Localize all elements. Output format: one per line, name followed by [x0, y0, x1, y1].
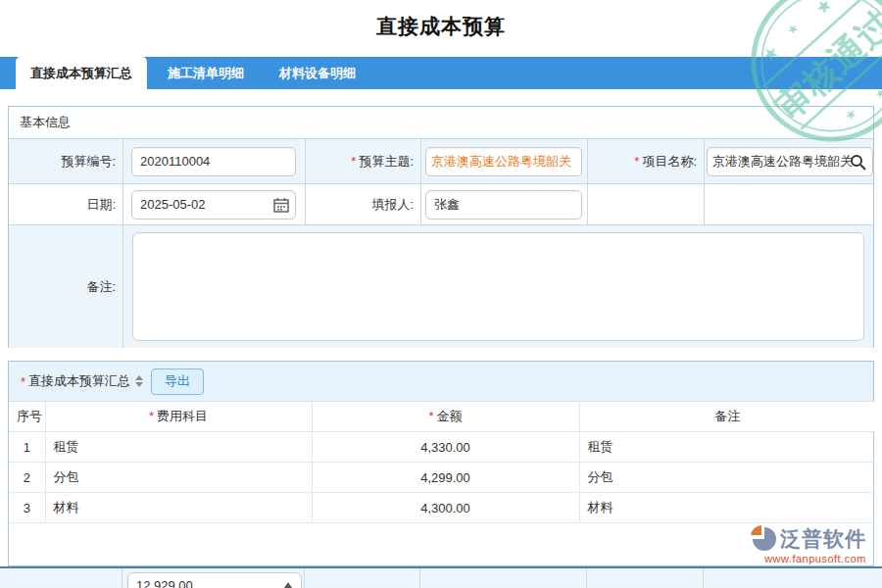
project-name-field — [707, 147, 873, 176]
cell-remark: 材料 — [579, 493, 875, 523]
screen: 直接成本预算 直接成本预算汇总 施工清单明细 材料设备明细 基本信息 预算编号:… — [0, 0, 882, 588]
empty-cell — [705, 184, 873, 224]
total-amount-spinner[interactable]: 12,929.00 — [127, 572, 302, 588]
cell-amount: 4,300.00 — [312, 493, 579, 523]
cell-seq: 1 — [9, 432, 45, 463]
summary-section-bar: * 直接成本预算汇总 导出 — [9, 362, 873, 401]
cell-remark: 租赁 — [579, 432, 875, 463]
page-title: 直接成本预算 — [0, 13, 882, 40]
required-asterisk: * — [428, 409, 433, 423]
tab-label: 材料设备明细 — [279, 65, 356, 82]
required-asterisk: * — [351, 154, 356, 169]
cell-seq: 2 — [9, 463, 45, 493]
total-row-cell — [587, 568, 704, 588]
basic-info-panel: 基本信息 预算编号: * 预算主题: * 项目名称: — [8, 106, 874, 348]
project-name-input[interactable] — [712, 154, 853, 169]
total-row-cell — [420, 568, 587, 588]
table-row[interactable]: 3 材料 4,300.00 材料 — [9, 493, 875, 523]
vendor-logo-text: 泛普软件 — [780, 525, 866, 553]
table-row[interactable]: 2 分包 4,299.00 分包 — [9, 463, 875, 493]
cell-seq: 3 — [9, 493, 45, 523]
tab-label: 施工清单明细 — [168, 65, 244, 82]
total-row: 12,929.00 — [0, 568, 882, 588]
cell-subject: 材料 — [45, 493, 312, 523]
vendor-logo-icon — [749, 523, 776, 555]
date-input[interactable] — [140, 197, 270, 212]
remark-label: 备注: — [9, 225, 123, 348]
preparer-label: 填报人: — [306, 184, 421, 224]
total-row-cell — [704, 568, 882, 588]
form-row-3: 备注: — [9, 225, 873, 348]
budget-subject-label: * 预算主题: — [306, 139, 421, 183]
basic-info-section-title: 基本信息 — [9, 107, 873, 139]
budget-no-input[interactable] — [140, 154, 287, 169]
project-name-label: * 项目名称: — [588, 139, 705, 183]
search-icon[interactable] — [850, 154, 866, 173]
tab-construction-list-detail[interactable]: 施工清单明细 — [153, 57, 259, 89]
tab-label: 直接成本预算汇总 — [30, 65, 132, 82]
date-cell — [123, 184, 306, 224]
budget-no-field — [131, 147, 296, 176]
vendor-website: www.fanpusoft.com — [764, 553, 866, 564]
budget-subject-cell — [421, 139, 588, 183]
export-button[interactable]: 导出 — [151, 368, 204, 395]
tab-direct-cost-summary[interactable]: 直接成本预算汇总 — [16, 57, 147, 89]
cell-amount: 4,330.00 — [312, 432, 579, 463]
budget-no-cell — [123, 139, 306, 183]
header-amount: *金额 — [312, 402, 579, 432]
project-name-cell — [705, 139, 873, 183]
tab-bar: 直接成本预算汇总 施工清单明细 材料设备明细 — [0, 57, 882, 89]
required-asterisk: * — [634, 154, 639, 169]
header-seq: 序号 — [9, 402, 45, 432]
table-row[interactable]: 1 租赁 4,330.00 租赁 — [9, 432, 875, 463]
cell-subject: 租赁 — [45, 432, 312, 463]
cell-remark: 分包 — [579, 463, 875, 493]
form-row-1: 预算编号: * 预算主题: * 项目名称: — [9, 139, 873, 184]
required-asterisk: * — [21, 374, 25, 389]
summary-table-header-row: 序号 *费用科目 *金额 备注 — [9, 402, 875, 432]
total-row-cell — [0, 568, 122, 588]
budget-no-label: 预算编号: — [9, 139, 123, 183]
date-label: 日期: — [9, 184, 123, 224]
preparer-input[interactable] — [434, 197, 573, 212]
sort-icon[interactable] — [135, 375, 143, 387]
header-subject: *费用科目 — [45, 402, 312, 432]
tab-material-equipment-detail[interactable]: 材料设备明细 — [265, 57, 370, 89]
empty-cell — [588, 184, 705, 224]
summary-panel: * 直接成本预算汇总 导出 序号 *费用科目 *金额 — [8, 361, 874, 566]
budget-subject-field — [425, 147, 582, 176]
remark-textarea[interactable] — [132, 232, 864, 341]
remark-cell — [123, 225, 873, 348]
required-asterisk: * — [149, 409, 154, 423]
preparer-field — [425, 190, 582, 220]
spinner-up-icon[interactable] — [284, 582, 292, 588]
calendar-icon[interactable] — [273, 197, 289, 216]
vendor-logo: 泛普软件 www.fanpusoft.com — [749, 523, 866, 564]
budget-subject-input[interactable] — [431, 154, 576, 169]
total-row-cell — [305, 568, 420, 588]
summary-section-title: 直接成本预算汇总 — [28, 372, 130, 390]
header-remark: 备注 — [579, 402, 875, 432]
cell-amount: 4,299.00 — [312, 463, 579, 493]
date-field — [131, 190, 296, 220]
summary-table: 序号 *费用科目 *金额 备注 1 租赁 4,33 — [9, 401, 875, 523]
preparer-cell — [421, 184, 588, 224]
cell-subject: 分包 — [45, 463, 312, 493]
form-row-2: 日期: — [9, 184, 873, 225]
